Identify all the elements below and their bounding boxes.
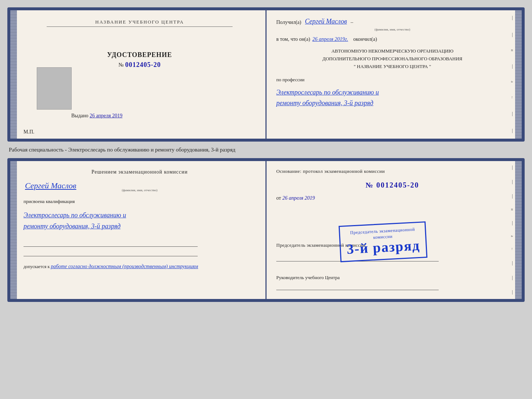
qualification-value: Электрослесарь по обслуживанию и ремонту… (24, 210, 256, 232)
profession-label: по профессии (276, 77, 508, 83)
date-prefix: от (276, 195, 281, 201)
allowed-text: допускается к работе согласно должностны… (24, 264, 256, 270)
page-wrapper: НАЗВАНИЕ УЧЕБНОГО ЦЕНТРА УДОСТОВЕРЕНИЕ №… (7, 7, 525, 302)
basis-text: Основание: протокол экзаменационной коми… (276, 168, 508, 174)
org-line1: АВТОНОМНУЮ НЕКОММЕРЧЕСКУЮ ОРГАНИЗАЦИЮ (276, 47, 508, 55)
description-text: Рабочая специальность - Электрослесарь п… (7, 146, 525, 154)
completed-suffix: окончил(а) (353, 36, 377, 42)
mp-label: М.П. (24, 129, 35, 135)
cert-number: 0012405-20 (125, 61, 161, 69)
protocol-number: № 0012405-20 (276, 181, 508, 189)
received-prefix: Получил(а) (276, 19, 301, 25)
bottom-card-left-panel: Решением экзаменационной комиссии Сергей… (10, 161, 266, 299)
bottom-right-edge-lines: и а ← (510, 161, 514, 299)
recipient-name: Сергей Маслов (303, 18, 348, 25)
bottom-certificate-card: Решением экзаменационной комиссии Сергей… (7, 158, 525, 302)
protocol-date: от 26 апреля 2019 (276, 195, 508, 201)
in-that-prefix: в том, что он(а) (276, 36, 310, 42)
protocol-date-value: 26 апреля 2019 (282, 195, 314, 201)
bottom-card-right-panel: Основание: протокол экзаменационной коми… (266, 161, 522, 299)
cert-number-prefix: № (118, 62, 123, 68)
spine-right-decoration (515, 10, 522, 139)
head-title: Руководитель учебного Центра (276, 275, 340, 280)
cert-title: УДОСТОВЕРЕНИЕ (107, 51, 172, 59)
top-card-right-panel: Получил(а) Сергей Маслов – (фамилия, имя… (266, 10, 522, 139)
head-block: Руководитель учебного Центра (276, 275, 508, 281)
photo-placeholder (37, 67, 72, 110)
received-line: Получил(а) Сергей Маслов – (276, 18, 508, 25)
issued-line: Выдано 26 апреля 2019 (71, 113, 122, 119)
issued-date: 26 апреля 2019 (90, 113, 122, 118)
org-block: АВТОНОМНУЮ НЕКОММЕРЧЕСКУЮ ОРГАНИЗАЦИЮ ДО… (276, 47, 508, 70)
org-line3: " НАЗВАНИЕ УЧЕБНОГО ЦЕНТРА " (276, 63, 508, 71)
head-sig-line (276, 284, 439, 290)
sig-line-1 (24, 240, 198, 247)
commission-title: Решением экзаменационной комиссии (24, 168, 256, 176)
issued-label: Выдано (71, 113, 89, 118)
qualification-label: присвоена квалификация (24, 199, 256, 204)
profession-value: Электрослесарь по обслуживанию и ремонту… (276, 87, 508, 108)
top-card-left-panel: НАЗВАНИЕ УЧЕБНОГО ЦЕНТРА УДОСТОВЕРЕНИЕ №… (10, 10, 266, 139)
bottom-spine-right (515, 161, 522, 299)
in-that-line: в том, что он(а) 26 апреля 2019г. окончи… (276, 36, 508, 42)
allowed-prefix: допускается к (24, 264, 50, 269)
top-certificate-card: НАЗВАНИЕ УЧЕБНОГО ЦЕНТРА УДОСТОВЕРЕНИЕ №… (7, 7, 525, 142)
allowed-value: работе согласно должностным (производств… (51, 264, 198, 269)
signature-lines (24, 240, 256, 256)
stamp-main-text: 3-й разряд (346, 238, 420, 257)
org-name-top: НАЗВАНИЕ УЧЕБНОГО ЦЕНТРА (47, 19, 233, 27)
person-name: Сергей Маслов (24, 181, 78, 190)
date-completed: 26 апреля 2019г. (312, 36, 348, 42)
stamp: Председатель экзаменационной комиссии 3-… (339, 221, 428, 262)
sig-line-2 (24, 250, 198, 256)
stamp-container: Председатель экзаменационной комиссии 3-… (339, 224, 427, 260)
recipient-subtitle: (фамилия, имя, отчество) (276, 28, 508, 31)
org-line2: ДОПОЛНИТЕЛЬНОГО ПРОФЕССИОНАЛЬНОГО ОБРАЗО… (276, 55, 508, 63)
